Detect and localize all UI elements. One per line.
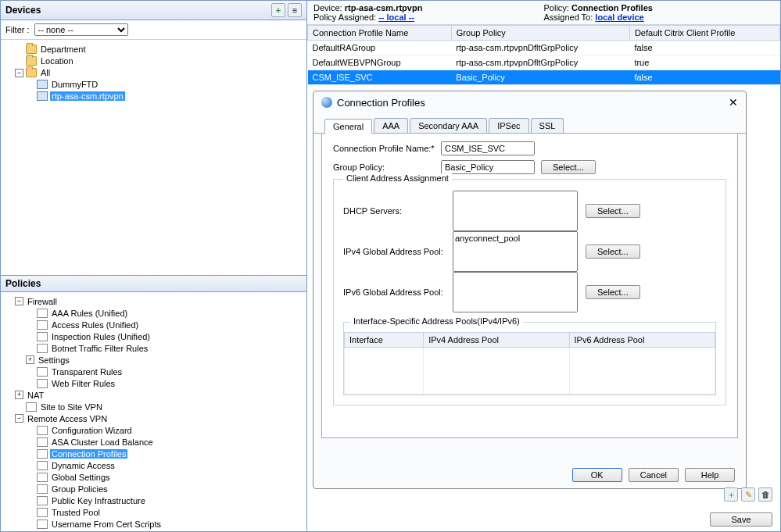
devices-tree[interactable]: Department Location −All DummyFTD rtp-as…: [1, 40, 306, 275]
dhcp-label: DHCP Servers:: [343, 206, 445, 216]
tab-secondary-aaa[interactable]: Secondary AAA: [410, 118, 487, 133]
tab-aaa[interactable]: AAA: [374, 118, 408, 133]
policy-assigned-link[interactable]: -- local --: [378, 12, 414, 22]
tab-ipsec[interactable]: IPSec: [489, 118, 528, 133]
page-icon: [26, 402, 37, 412]
devices-menu-icon[interactable]: ≡: [288, 3, 302, 17]
col-ipv6-pool[interactable]: IPv6 Address Pool: [569, 333, 715, 348]
dialog-tabs: General AAA Secondary AAA IPSec SSL: [313, 118, 746, 134]
profiles-grid[interactable]: Connection Profile Name Group Policy Def…: [307, 25, 780, 85]
col-profile-name[interactable]: Connection Profile Name: [308, 26, 452, 41]
info-bar: Device: rtp-asa-csm.rtpvpn Policy Assign…: [307, 1, 780, 25]
page-icon: [37, 426, 48, 435]
close-icon[interactable]: ✕: [729, 96, 738, 109]
tree-item-site-to-site[interactable]: Site to Site VPN: [39, 402, 104, 412]
dialog-title: Connection Profiles: [337, 97, 425, 109]
tree-item-access-rules[interactable]: Access Rules (Unified): [50, 320, 140, 330]
tree-item-asa-cluster[interactable]: ASA Cluster Load Balance: [50, 437, 155, 447]
col-interface[interactable]: Interface: [345, 333, 424, 348]
tree-item-firewall[interactable]: Firewall: [26, 297, 59, 306]
col-citrix[interactable]: Default Citrix Client Profile: [629, 26, 779, 41]
tree-item-remote-access[interactable]: Remote Access VPN: [26, 414, 109, 423]
tree-item-transparent[interactable]: Transparent Rules: [50, 367, 124, 377]
page-icon: [37, 379, 48, 388]
save-bar: Save: [710, 512, 772, 527]
select-group-policy-button[interactable]: Select...: [541, 160, 596, 174]
add-device-icon[interactable]: +: [271, 3, 285, 17]
tree-item-group-policies[interactable]: Group Policies: [50, 484, 109, 494]
tree-item-config-wizard[interactable]: Configuration Wizard: [50, 426, 134, 435]
tree-item-inspection-rules[interactable]: Inspection Rules (Unified): [50, 332, 152, 341]
assigned-to-link[interactable]: local device: [595, 12, 643, 22]
right-pane: Device: rtp-asa-csm.rtpvpn Policy Assign…: [307, 1, 780, 531]
select-ipv4-button[interactable]: Select...: [586, 245, 640, 259]
table-row[interactable]: DefaultWEBVPNGrouprtp-asa-csm.rtpvpnDflt…: [308, 55, 780, 70]
tree-item-aaa-rules[interactable]: AAA Rules (Unified): [50, 309, 129, 318]
page-icon: [37, 508, 48, 517]
cancel-button[interactable]: Cancel: [629, 468, 679, 482]
page-icon: [37, 320, 48, 330]
page-icon: [37, 344, 48, 353]
dialog-titlebar: Connection Profiles ✕: [313, 91, 746, 113]
dhcp-servers-input[interactable]: [453, 191, 578, 231]
tree-item-dynamic-access[interactable]: Dynamic Access: [50, 461, 116, 470]
page-icon: [37, 309, 48, 318]
table-row[interactable]: DefaultRAGrouprtp-asa-csm.rtpvpnDfltGrpP…: [308, 41, 780, 55]
col-ipv4-pool[interactable]: IPv4 Address Pool: [424, 333, 569, 348]
device-icon: [37, 80, 48, 89]
policies-tree[interactable]: −Firewall AAA Rules (Unified) Access Rul…: [1, 292, 306, 532]
save-button[interactable]: Save: [710, 512, 772, 527]
tree-item-rtp[interactable]: rtp-asa-csm.rtpvpn: [50, 91, 125, 101]
edit-row-icon[interactable]: ✎: [741, 487, 755, 502]
folder-icon: [26, 45, 37, 54]
tree-item-cert-maps[interactable]: Certificate To Connection Profile Maps: [37, 531, 186, 532]
page-icon: [37, 496, 48, 505]
expand-toggle[interactable]: +: [26, 355, 34, 364]
grid-toolbar: ＋ ✎ 🗑: [724, 487, 772, 502]
expand-toggle[interactable]: +: [15, 391, 23, 399]
device-icon: [37, 91, 48, 101]
policy-assigned-label: Policy Assigned:: [313, 12, 376, 22]
expand-toggle[interactable]: −: [15, 69, 23, 77]
tree-item-nat[interactable]: NAT: [26, 391, 45, 400]
page-icon: [37, 367, 48, 377]
filter-row: Filter : -- none --: [1, 20, 306, 40]
select-dhcp-button[interactable]: Select...: [586, 204, 640, 218]
help-button[interactable]: Help: [685, 468, 735, 482]
ipv6-pool-input[interactable]: [453, 272, 578, 312]
expand-toggle[interactable]: −: [15, 297, 23, 305]
expand-toggle[interactable]: −: [15, 414, 23, 423]
page-icon: [37, 461, 48, 470]
interface-pools-grid[interactable]: Interface IPv4 Address Pool IPv6 Address…: [344, 332, 715, 395]
delete-row-icon[interactable]: 🗑: [758, 487, 772, 502]
devices-header-label: Devices: [5, 5, 41, 16]
select-ipv6-button[interactable]: Select...: [586, 285, 640, 299]
profile-name-input[interactable]: [441, 141, 535, 155]
globe-icon: [321, 97, 332, 108]
filter-label: Filter :: [5, 25, 30, 34]
ok-button[interactable]: OK: [572, 468, 622, 482]
tree-item-pki[interactable]: Public Key Infrastructure: [50, 496, 147, 505]
filter-select[interactable]: -- none --: [34, 23, 128, 36]
tree-item-settings[interactable]: Settings: [37, 355, 71, 365]
add-row-icon[interactable]: ＋: [724, 487, 738, 502]
tree-item-department[interactable]: Department: [39, 45, 87, 54]
tree-item-botnet[interactable]: Botnet Traffic Filter Rules: [50, 344, 149, 353]
tree-item-all[interactable]: All: [39, 68, 52, 77]
group-policy-input[interactable]: [441, 160, 535, 174]
tab-general[interactable]: General: [324, 119, 372, 134]
col-group-policy[interactable]: Group Policy: [451, 26, 629, 41]
table-row[interactable]: CSM_ISE_SVCBasic_Policyfalse: [308, 70, 780, 85]
tab-ssl[interactable]: SSL: [531, 118, 564, 133]
policies-header-label: Policies: [5, 278, 41, 289]
ipv4-pool-input[interactable]: anyconnect_pool: [453, 231, 578, 272]
tree-item-webfilter[interactable]: Web Filter Rules: [50, 379, 116, 388]
tree-item-dummyftd[interactable]: DummyFTD: [50, 80, 99, 89]
tree-item-location[interactable]: Location: [39, 56, 75, 66]
tree-item-username-cert[interactable]: Username From Cert Scripts: [50, 520, 163, 529]
tree-item-trusted-pool[interactable]: Trusted Pool: [50, 508, 102, 517]
client-address-fieldset: Client Address Assignment DHCP Servers: …: [333, 179, 726, 405]
assigned-to-label: Assigned To:: [544, 12, 593, 22]
tree-item-global-settings[interactable]: Global Settings: [50, 473, 112, 482]
tree-item-connection-profiles[interactable]: Connection Profiles: [50, 449, 127, 459]
